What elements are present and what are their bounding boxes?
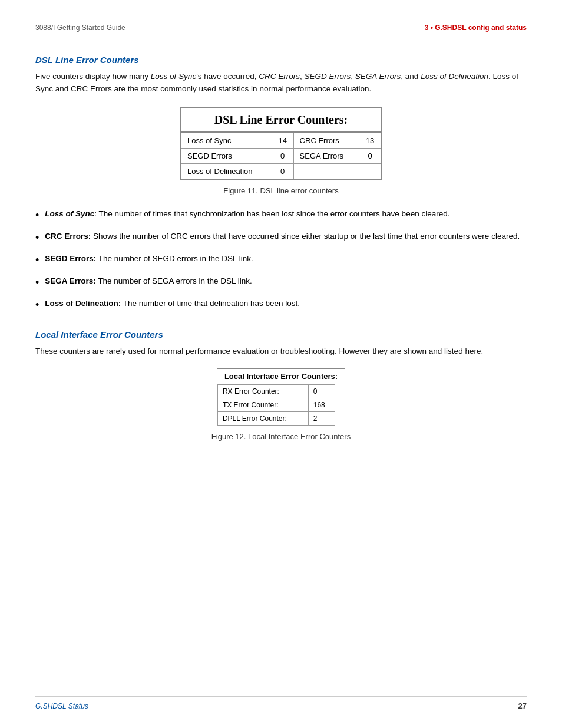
local-error-table: RX Error Counter: 0 TX Error Counter: 16… (217, 384, 335, 426)
table-row: TX Error Counter: 168 (217, 398, 335, 411)
dsl-table-title: DSL Line Error Counters: (181, 108, 381, 133)
bullet-term: SEGA Errors: (45, 276, 96, 285)
bullet-term: CRC Errors: (45, 232, 91, 241)
dsl-figure-caption: Figure 11. DSL line error counters (35, 186, 527, 195)
local-cell-tx-label: TX Error Counter: (217, 398, 308, 411)
footer-right: 27 (518, 701, 527, 710)
list-item: Loss of Sync: The number of times that s… (35, 208, 527, 223)
bullet-term: SEGD Errors: (45, 254, 96, 263)
dsl-bullet-list: Loss of Sync: The number of times that s… (35, 208, 527, 313)
dsl-table-container: DSL Line Error Counters: Loss of Sync 14… (35, 107, 527, 180)
dsl-cell-loss-delineation-label: Loss of Delineation (181, 163, 272, 179)
list-item: SEGA Errors: The number of SEGA errors i… (35, 275, 527, 291)
dsl-section-heading: DSL Line Error Counters (35, 55, 527, 65)
list-item: SEGD Errors: The number of SEGD errors i… (35, 253, 527, 268)
dsl-cell-sega-errors-value: 0 (359, 148, 381, 163)
table-row: RX Error Counter: 0 (217, 384, 335, 398)
table-row: SEGD Errors 0 SEGA Errors 0 (181, 148, 381, 163)
dsl-intro-text: Five counters display how many Loss of S… (35, 71, 527, 95)
header-right: 3 • G.SHDSL config and status (425, 24, 527, 32)
dsl-error-table: Loss of Sync 14 CRC Errors 13 SEGD Error… (181, 133, 381, 179)
dsl-cell-crc-errors-label: CRC Errors (293, 133, 359, 148)
footer-left: G.SHDSL Status (35, 702, 88, 710)
header-left: 3088/I Getting Started Guide (35, 24, 125, 32)
table-row: DPLL Error Counter: 2 (217, 411, 335, 425)
dsl-cell-empty2 (359, 163, 381, 179)
dsl-cell-sega-errors-label: SEGA Errors (293, 148, 359, 163)
local-table-box: Local Interface Error Counters: RX Error… (217, 368, 345, 426)
dsl-cell-loss-of-sync-value: 14 (272, 133, 293, 148)
local-table-title: Local Interface Error Counters: (217, 369, 345, 384)
page-header: 3088/I Getting Started Guide 3 • G.SHDSL… (35, 24, 527, 37)
table-row: Loss of Delineation 0 (181, 163, 381, 179)
dsl-cell-loss-delineation-value: 0 (272, 163, 293, 179)
dsl-cell-crc-errors-value: 13 (359, 133, 381, 148)
local-table-container: Local Interface Error Counters: RX Error… (35, 368, 527, 426)
local-cell-rx-value: 0 (308, 384, 335, 398)
table-row: Loss of Sync 14 CRC Errors 13 (181, 133, 381, 148)
local-section-heading: Local Interface Error Counters (35, 330, 527, 340)
local-figure-caption: Figure 12. Local Interface Error Counter… (35, 432, 527, 441)
dsl-cell-loss-of-sync-label: Loss of Sync (181, 133, 272, 148)
dsl-cell-segd-errors-value: 0 (272, 148, 293, 163)
dsl-cell-segd-errors-label: SEGD Errors (181, 148, 272, 163)
dsl-table-box: DSL Line Error Counters: Loss of Sync 14… (180, 107, 382, 180)
bullet-term: Loss of Sync (45, 209, 94, 218)
local-cell-tx-value: 168 (308, 398, 335, 411)
local-cell-rx-label: RX Error Counter: (217, 384, 308, 398)
local-cell-dpll-label: DPLL Error Counter: (217, 411, 308, 425)
local-section: Local Interface Error Counters These cou… (35, 330, 527, 441)
page-footer: G.SHDSL Status 27 (35, 696, 527, 710)
dsl-section: DSL Line Error Counters Five counters di… (35, 55, 527, 313)
dsl-cell-empty1 (293, 163, 359, 179)
bullet-term: Loss of Delineation: (45, 299, 121, 308)
local-cell-dpll-value: 2 (308, 411, 335, 425)
list-item: Loss of Delineation: The number of time … (35, 298, 527, 313)
local-intro-text: These counters are rarely used for norma… (35, 345, 527, 358)
list-item: CRC Errors: Shows the number of CRC erro… (35, 230, 527, 246)
